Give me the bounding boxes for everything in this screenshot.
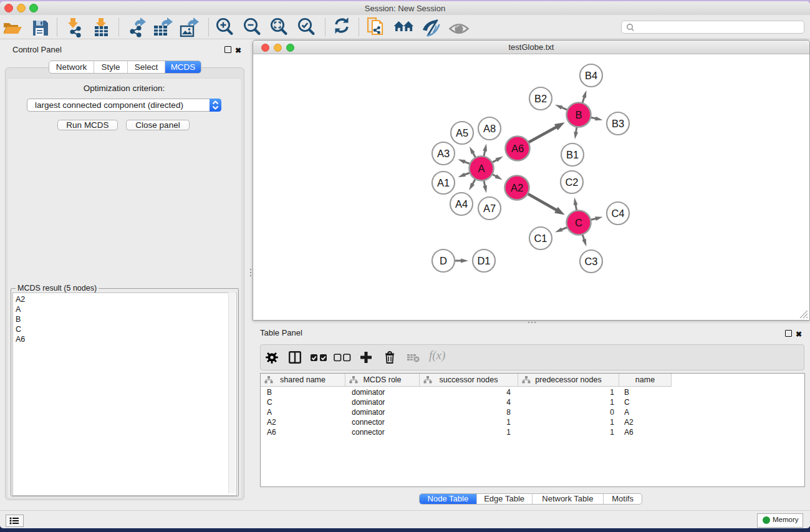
svg-text:A7: A7 bbox=[483, 203, 496, 214]
svg-text:B4: B4 bbox=[585, 70, 597, 81]
svg-text:A: A bbox=[478, 163, 485, 174]
svg-text:D1: D1 bbox=[477, 255, 490, 266]
svg-text:A8: A8 bbox=[483, 123, 496, 134]
svg-text:A2: A2 bbox=[511, 182, 523, 193]
svg-text:D: D bbox=[440, 255, 447, 266]
svg-text:B2: B2 bbox=[534, 93, 547, 104]
svg-text:C1: C1 bbox=[534, 233, 547, 244]
svg-text:A6: A6 bbox=[511, 143, 524, 154]
svg-text:A4: A4 bbox=[455, 198, 468, 210]
svg-text:C2: C2 bbox=[565, 177, 578, 188]
svg-text:C3: C3 bbox=[584, 256, 597, 267]
svg-text:B3: B3 bbox=[612, 118, 624, 129]
svg-text:B: B bbox=[575, 109, 582, 120]
svg-text:A1: A1 bbox=[437, 177, 450, 188]
svg-text:C: C bbox=[575, 217, 582, 228]
svg-text:A3: A3 bbox=[437, 148, 450, 159]
svg-text:C4: C4 bbox=[611, 208, 624, 219]
svg-text:A5: A5 bbox=[456, 127, 468, 138]
svg-text:B1: B1 bbox=[566, 149, 579, 160]
